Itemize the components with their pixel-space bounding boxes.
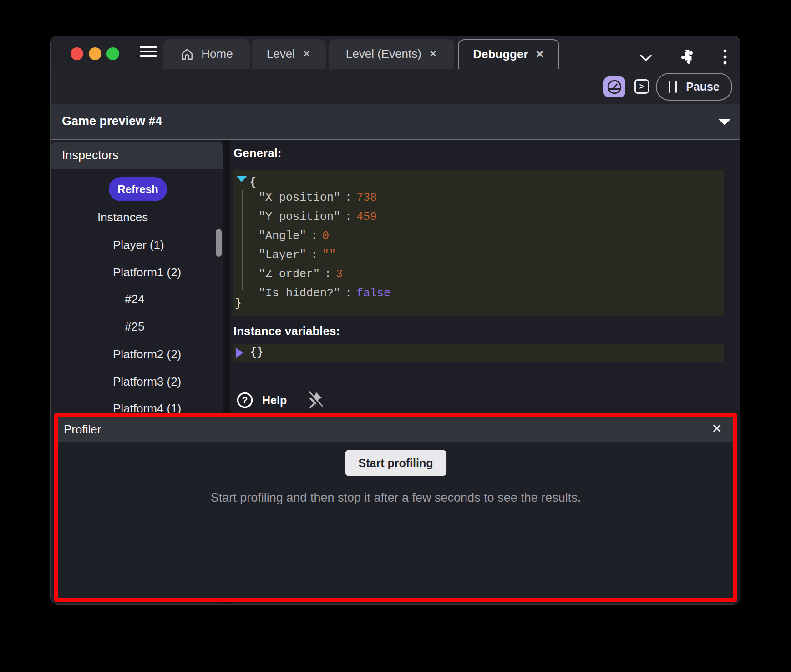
help-row: ? Help (236, 391, 323, 409)
help-button[interactable]: ? Help (236, 392, 287, 409)
sidebar-item-platform3[interactable]: Platform3 (2) (113, 372, 181, 391)
tree-indent-guide (242, 190, 243, 290)
pause-label: Pause (686, 80, 720, 93)
json-value: 3 (336, 268, 343, 281)
sidebar-item-instance-24[interactable]: #24 (125, 290, 144, 308)
menu-icon[interactable] (140, 46, 157, 59)
json-key: "Z order" (259, 268, 320, 281)
sidebar-scrollbar[interactable] (216, 229, 222, 257)
sidebar-item-player[interactable]: Player (1) (113, 236, 164, 254)
tab-label: Debugger (473, 47, 528, 61)
expand-tree-icon[interactable] (236, 348, 243, 358)
profiler-hint-text: Start profiling and then stop it after a… (58, 491, 733, 505)
json-value: false (356, 287, 390, 300)
home-icon (180, 47, 194, 61)
window-minimize-button[interactable] (89, 47, 101, 60)
pause-button[interactable]: Pause (656, 73, 732, 101)
close-tab-icon[interactable]: ✕ (302, 48, 311, 60)
profiler-panel: Profiler ✕ Start profiling Start profili… (54, 413, 737, 602)
json-property-row: "Layer":"" (259, 246, 336, 265)
refresh-button[interactable]: Refresh (109, 177, 167, 201)
json-property-row: "Is hidden?":false (259, 284, 390, 303)
tab-home[interactable]: Home (163, 39, 250, 69)
extensions-puzzle-icon[interactable] (679, 48, 697, 66)
kebab-menu-icon[interactable] (722, 48, 728, 66)
window-close-button[interactable] (71, 47, 83, 60)
sidebar-item-platform1[interactable]: Platform1 (2) (113, 263, 181, 281)
help-label: Help (262, 394, 287, 407)
preview-selector-label: Game preview #4 (62, 114, 162, 128)
json-value: 0 (322, 229, 329, 243)
profiler-gauge-button[interactable] (603, 76, 625, 97)
console-button[interactable]: > (634, 79, 649, 94)
tab-label: Level (267, 47, 295, 61)
chevron-down-icon[interactable] (639, 54, 652, 61)
svg-text:?: ? (242, 395, 248, 405)
close-tab-icon[interactable]: ✕ (536, 48, 544, 61)
debugger-toolbar: > Pause (51, 69, 740, 104)
tab-label: Level (Events) (346, 47, 421, 61)
sidebar-item-platform2[interactable]: Platform2 (2) (113, 345, 181, 363)
json-key: "Is hidden?" (259, 287, 340, 300)
close-tab-icon[interactable]: ✕ (429, 48, 437, 60)
variables-empty-object: {} (250, 344, 264, 362)
pause-icon (669, 81, 677, 93)
help-question-icon: ? (236, 392, 254, 409)
unpin-icon[interactable] (307, 391, 323, 409)
screen: Home Level ✕ Level (Events) ✕ Debugger ✕ (0, 0, 791, 672)
json-value: 459 (356, 210, 377, 224)
window-maximize-button[interactable] (106, 47, 119, 60)
tab-level[interactable]: Level ✕ (252, 39, 326, 69)
json-property-row: "X position":738 (259, 188, 377, 207)
json-value: "" (322, 249, 336, 262)
sidebar-item-instance-25[interactable]: #25 (125, 317, 144, 336)
json-close-brace: } (235, 294, 242, 313)
console-prompt-icon: > (639, 82, 644, 92)
json-key: "X position" (259, 191, 340, 204)
json-key: "Angle" (259, 229, 306, 243)
profiler-header: Profiler ✕ (58, 417, 733, 442)
general-json-tree: { "X position":738 "Y position":459 "Ang… (233, 170, 724, 316)
json-value: 738 (356, 191, 377, 204)
dropdown-caret-icon (719, 119, 730, 125)
json-property-row: "Angle":0 (259, 227, 329, 245)
json-open-brace: { (249, 173, 256, 192)
json-key: "Y position" (259, 210, 340, 224)
instance-variables-tree: {} (233, 344, 724, 362)
sidebar-item-instances[interactable]: Instances (97, 208, 148, 226)
tab-label: Home (201, 47, 233, 61)
gauge-icon (606, 79, 623, 95)
general-section-title: General: (233, 146, 282, 160)
app-window: Home Level ✕ Level (Events) ✕ Debugger ✕ (50, 36, 740, 605)
profiler-title: Profiler (64, 423, 101, 436)
tab-level-events[interactable]: Level (Events) ✕ (329, 39, 454, 69)
preview-selector[interactable]: Game preview #4 (51, 104, 740, 140)
json-property-row: "Z order":3 (259, 265, 343, 284)
close-profiler-icon[interactable]: ✕ (708, 417, 726, 442)
inspectors-header: Inspectors (51, 142, 223, 169)
json-key: "Layer" (259, 249, 306, 262)
titlebar: Home Level ✕ Level (Events) ✕ Debugger ✕ (51, 36, 740, 69)
instance-variables-title: Instance variables: (233, 324, 340, 338)
json-property-row: "Y position":459 (259, 208, 377, 226)
tab-debugger[interactable]: Debugger ✕ (458, 39, 559, 69)
start-profiling-button[interactable]: Start profiling (345, 450, 447, 476)
collapse-tree-icon[interactable] (236, 176, 247, 182)
